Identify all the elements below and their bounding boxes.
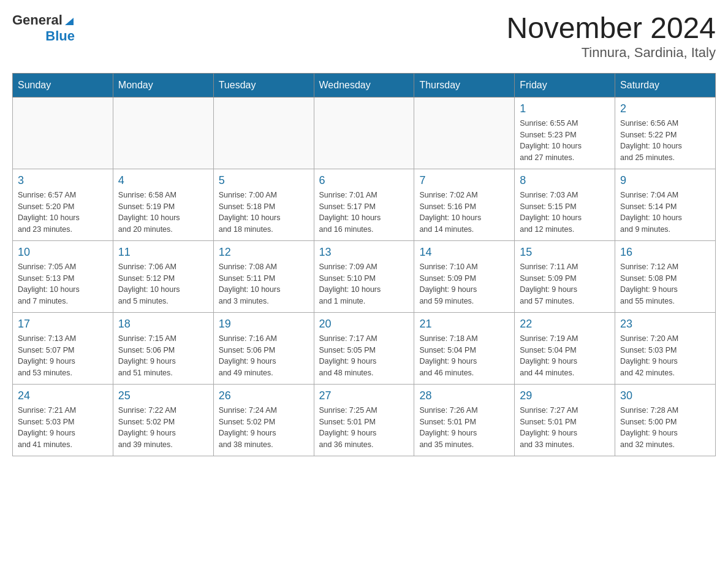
calendar-cell: 4Sunrise: 6:58 AMSunset: 5:19 PMDaylight… <box>113 169 213 240</box>
day-number: 7 <box>419 174 509 187</box>
calendar-cell: 7Sunrise: 7:02 AMSunset: 5:16 PMDaylight… <box>414 169 515 240</box>
week-row-4: 17Sunrise: 7:13 AMSunset: 5:07 PMDayligh… <box>13 312 716 384</box>
calendar-cell <box>314 97 414 169</box>
weekday-header-sunday: Sunday <box>13 73 113 97</box>
day-number: 12 <box>219 246 309 259</box>
weekday-header-monday: Monday <box>113 73 213 97</box>
day-info: Sunrise: 7:15 AMSunset: 5:06 PMDaylight:… <box>118 333 208 379</box>
calendar-cell: 10Sunrise: 7:05 AMSunset: 5:13 PMDayligh… <box>13 240 113 312</box>
calendar-cell <box>13 97 113 169</box>
day-number: 10 <box>18 246 108 259</box>
day-number: 25 <box>118 389 208 402</box>
weekday-header-wednesday: Wednesday <box>314 73 414 97</box>
calendar-cell: 14Sunrise: 7:10 AMSunset: 5:09 PMDayligh… <box>414 240 515 312</box>
day-number: 26 <box>219 389 309 402</box>
weekday-header-friday: Friday <box>515 73 615 97</box>
weekday-header-tuesday: Tuesday <box>213 73 314 97</box>
title-section: November 2024 Tinnura, Sardinia, Italy <box>506 12 716 61</box>
day-number: 6 <box>319 174 409 187</box>
calendar-cell: 2Sunrise: 6:56 AMSunset: 5:22 PMDaylight… <box>615 97 716 169</box>
location-title: Tinnura, Sardinia, Italy <box>506 45 716 61</box>
day-info: Sunrise: 7:16 AMSunset: 5:06 PMDaylight:… <box>219 333 309 379</box>
calendar-cell <box>414 97 515 169</box>
day-info: Sunrise: 6:57 AMSunset: 5:20 PMDaylight:… <box>18 190 108 236</box>
page-header: General Blue November 2024 Tinnura, Sard… <box>12 12 716 61</box>
day-info: Sunrise: 7:19 AMSunset: 5:04 PMDaylight:… <box>520 333 610 379</box>
day-number: 4 <box>118 174 208 187</box>
day-number: 30 <box>620 389 710 402</box>
day-number: 22 <box>520 318 610 331</box>
day-info: Sunrise: 7:28 AMSunset: 5:00 PMDaylight:… <box>620 405 710 451</box>
day-number: 16 <box>620 246 710 259</box>
day-number: 1 <box>520 102 610 115</box>
weekday-header-saturday: Saturday <box>615 73 716 97</box>
day-number: 15 <box>520 246 610 259</box>
day-info: Sunrise: 7:09 AMSunset: 5:10 PMDaylight:… <box>319 261 409 307</box>
calendar-cell: 15Sunrise: 7:11 AMSunset: 5:09 PMDayligh… <box>515 240 615 312</box>
day-info: Sunrise: 7:12 AMSunset: 5:08 PMDaylight:… <box>620 261 710 307</box>
month-title: November 2024 <box>506 12 716 45</box>
calendar-cell: 12Sunrise: 7:08 AMSunset: 5:11 PMDayligh… <box>213 240 314 312</box>
day-info: Sunrise: 7:18 AMSunset: 5:04 PMDaylight:… <box>419 333 509 379</box>
calendar-cell: 1Sunrise: 6:55 AMSunset: 5:23 PMDaylight… <box>515 97 615 169</box>
day-info: Sunrise: 7:27 AMSunset: 5:01 PMDaylight:… <box>520 405 610 451</box>
week-row-2: 3Sunrise: 6:57 AMSunset: 5:20 PMDaylight… <box>13 169 716 240</box>
day-info: Sunrise: 7:02 AMSunset: 5:16 PMDaylight:… <box>419 190 509 236</box>
calendar-cell: 22Sunrise: 7:19 AMSunset: 5:04 PMDayligh… <box>515 312 615 384</box>
day-number: 24 <box>18 389 108 402</box>
calendar-cell: 29Sunrise: 7:27 AMSunset: 5:01 PMDayligh… <box>515 384 615 456</box>
calendar-cell: 18Sunrise: 7:15 AMSunset: 5:06 PMDayligh… <box>113 312 213 384</box>
calendar-header-row: SundayMondayTuesdayWednesdayThursdayFrid… <box>13 73 716 97</box>
week-row-1: 1Sunrise: 6:55 AMSunset: 5:23 PMDaylight… <box>13 97 716 169</box>
day-number: 19 <box>219 318 309 331</box>
day-number: 2 <box>620 102 710 115</box>
calendar-cell: 5Sunrise: 7:00 AMSunset: 5:18 PMDaylight… <box>213 169 314 240</box>
calendar-cell: 19Sunrise: 7:16 AMSunset: 5:06 PMDayligh… <box>213 312 314 384</box>
day-number: 18 <box>118 318 208 331</box>
day-number: 9 <box>620 174 710 187</box>
calendar-cell: 16Sunrise: 7:12 AMSunset: 5:08 PMDayligh… <box>615 240 716 312</box>
svg-marker-0 <box>65 18 74 25</box>
calendar-cell: 21Sunrise: 7:18 AMSunset: 5:04 PMDayligh… <box>414 312 515 384</box>
day-info: Sunrise: 7:25 AMSunset: 5:01 PMDaylight:… <box>319 405 409 451</box>
day-number: 8 <box>520 174 610 187</box>
day-info: Sunrise: 7:08 AMSunset: 5:11 PMDaylight:… <box>219 261 309 307</box>
calendar-cell: 26Sunrise: 7:24 AMSunset: 5:02 PMDayligh… <box>213 384 314 456</box>
day-info: Sunrise: 7:00 AMSunset: 5:18 PMDaylight:… <box>219 190 309 236</box>
day-number: 21 <box>419 318 509 331</box>
day-info: Sunrise: 6:55 AMSunset: 5:23 PMDaylight:… <box>520 118 610 164</box>
day-number: 3 <box>18 174 108 187</box>
day-number: 13 <box>319 246 409 259</box>
calendar-cell: 24Sunrise: 7:21 AMSunset: 5:03 PMDayligh… <box>13 384 113 456</box>
calendar-cell: 8Sunrise: 7:03 AMSunset: 5:15 PMDaylight… <box>515 169 615 240</box>
day-info: Sunrise: 7:22 AMSunset: 5:02 PMDaylight:… <box>118 405 208 451</box>
calendar-cell: 30Sunrise: 7:28 AMSunset: 5:00 PMDayligh… <box>615 384 716 456</box>
logo-blue-text: Blue <box>45 28 75 44</box>
day-number: 29 <box>520 389 610 402</box>
calendar-cell <box>113 97 213 169</box>
day-info: Sunrise: 7:03 AMSunset: 5:15 PMDaylight:… <box>520 190 610 236</box>
logo-general-text: General <box>12 12 63 28</box>
day-info: Sunrise: 7:26 AMSunset: 5:01 PMDaylight:… <box>419 405 509 451</box>
calendar-cell: 6Sunrise: 7:01 AMSunset: 5:17 PMDaylight… <box>314 169 414 240</box>
day-number: 5 <box>219 174 309 187</box>
calendar-cell: 28Sunrise: 7:26 AMSunset: 5:01 PMDayligh… <box>414 384 515 456</box>
calendar-cell <box>213 97 314 169</box>
day-info: Sunrise: 7:06 AMSunset: 5:12 PMDaylight:… <box>118 261 208 307</box>
calendar-cell: 20Sunrise: 7:17 AMSunset: 5:05 PMDayligh… <box>314 312 414 384</box>
day-info: Sunrise: 7:05 AMSunset: 5:13 PMDaylight:… <box>18 261 108 307</box>
weekday-header-thursday: Thursday <box>414 73 515 97</box>
day-info: Sunrise: 7:04 AMSunset: 5:14 PMDaylight:… <box>620 190 710 236</box>
day-info: Sunrise: 7:13 AMSunset: 5:07 PMDaylight:… <box>18 333 108 379</box>
calendar-cell: 11Sunrise: 7:06 AMSunset: 5:12 PMDayligh… <box>113 240 213 312</box>
day-info: Sunrise: 6:56 AMSunset: 5:22 PMDaylight:… <box>620 118 710 164</box>
day-info: Sunrise: 7:11 AMSunset: 5:09 PMDaylight:… <box>520 261 610 307</box>
week-row-3: 10Sunrise: 7:05 AMSunset: 5:13 PMDayligh… <box>13 240 716 312</box>
day-info: Sunrise: 7:21 AMSunset: 5:03 PMDaylight:… <box>18 405 108 451</box>
day-number: 20 <box>319 318 409 331</box>
day-number: 28 <box>419 389 509 402</box>
day-number: 11 <box>118 246 208 259</box>
calendar-cell: 13Sunrise: 7:09 AMSunset: 5:10 PMDayligh… <box>314 240 414 312</box>
day-info: Sunrise: 7:20 AMSunset: 5:03 PMDaylight:… <box>620 333 710 379</box>
calendar-cell: 27Sunrise: 7:25 AMSunset: 5:01 PMDayligh… <box>314 384 414 456</box>
